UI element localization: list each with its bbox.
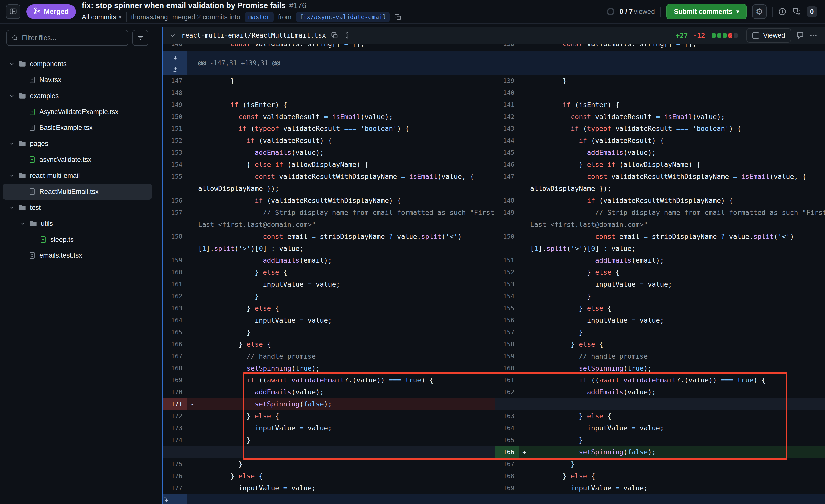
line-number[interactable]: 164 — [163, 314, 187, 326]
line-number[interactable]: 138 — [496, 45, 519, 52]
line-number[interactable]: 149 — [496, 206, 519, 231]
line-number[interactable]: 144 — [496, 135, 519, 147]
line-number[interactable]: 151 — [163, 123, 187, 135]
tree-item-asyncvalidateexample.tsx[interactable]: AsyncValidateExample.tsx — [3, 104, 152, 120]
line-number[interactable]: 163 — [163, 303, 187, 314]
expand-up-button[interactable] — [163, 63, 187, 75]
line-number[interactable]: 163 — [496, 410, 519, 422]
copy-branch-icon[interactable] — [394, 13, 401, 21]
tree-item-utils[interactable]: utils — [3, 216, 152, 232]
line-number[interactable]: 146 — [163, 45, 187, 52]
line-number[interactable]: 167 — [163, 350, 187, 362]
line-number[interactable]: 171 — [163, 398, 187, 410]
line-number[interactable]: 162 — [496, 386, 519, 398]
line-number[interactable]: 170 — [163, 386, 187, 398]
line-number[interactable]: 172 — [163, 410, 187, 422]
panel-resizer[interactable] — [155, 27, 162, 504]
tree-item-examples[interactable]: examples — [3, 88, 152, 104]
kebab-menu-icon[interactable] — [809, 31, 818, 40]
line-number[interactable]: 150 — [163, 111, 187, 123]
line-number[interactable]: 157 — [163, 206, 187, 231]
all-commits-dropdown[interactable]: All commits ▾ — [82, 13, 122, 21]
line-number[interactable]: 155 — [496, 303, 519, 314]
line-number[interactable]: 149 — [163, 99, 187, 111]
line-number[interactable]: 159 — [496, 350, 519, 362]
line-number[interactable]: 158 — [163, 231, 187, 254]
file-path[interactable]: react-multi-email/ReactMultiEmail.tsx — [181, 32, 326, 39]
tree-item-react-multi-email[interactable]: react-multi-email — [3, 168, 152, 184]
line-number[interactable]: 150 — [496, 231, 519, 254]
line-number[interactable]: 152 — [163, 135, 187, 147]
line-number[interactable]: 166 — [496, 446, 519, 458]
conversations-icon[interactable] — [792, 7, 801, 16]
line-number[interactable]: 176 — [163, 470, 187, 482]
info-icon[interactable] — [778, 7, 786, 16]
expand-down-button[interactable] — [163, 494, 170, 504]
line-number[interactable]: 160 — [496, 362, 519, 374]
line-number[interactable]: 148 — [163, 87, 187, 99]
tree-item-basicexample.tsx[interactable]: BasicExample.tsx — [3, 120, 152, 136]
line-number[interactable]: 165 — [496, 434, 519, 446]
diff-settings-button[interactable]: ⚙ — [752, 4, 766, 19]
line-number[interactable]: 168 — [496, 470, 519, 482]
viewed-toggle[interactable]: Viewed — [746, 28, 791, 43]
line-number[interactable]: 169 — [163, 374, 187, 386]
line-number[interactable]: 143 — [496, 123, 519, 135]
filter-files-input[interactable]: Filter files... — [6, 30, 128, 46]
line-number[interactable]: 158 — [496, 338, 519, 350]
line-number[interactable]: 139 — [496, 75, 519, 87]
head-branch-label[interactable]: fix/async-validate-email — [296, 12, 390, 22]
line-number[interactable]: 153 — [496, 278, 519, 290]
line-number[interactable] — [496, 398, 519, 410]
line-number[interactable]: 146 — [496, 159, 519, 171]
line-number[interactable]: 161 — [496, 374, 519, 386]
copy-path-icon[interactable] — [331, 32, 339, 39]
expand-diff-icon[interactable] — [343, 32, 351, 39]
line-number[interactable]: 141 — [496, 99, 519, 111]
collapse-file-icon[interactable] — [169, 32, 176, 39]
file-comment-icon[interactable] — [796, 31, 804, 39]
line-number[interactable]: 145 — [496, 147, 519, 159]
line-number[interactable]: 157 — [496, 326, 519, 338]
author-link[interactable]: thomasJang — [131, 13, 168, 21]
line-number[interactable]: 155 — [163, 171, 187, 195]
line-number[interactable]: 173 — [163, 422, 187, 434]
viewed-checkbox[interactable] — [752, 32, 759, 39]
line-number[interactable]: 175 — [163, 458, 187, 470]
line-number[interactable]: 140 — [496, 87, 519, 99]
tree-filter-button[interactable] — [132, 30, 148, 46]
line-number[interactable]: 174 — [163, 434, 187, 446]
line-number[interactable]: 167 — [496, 458, 519, 470]
sidebar-toggle-button[interactable] — [6, 4, 20, 19]
line-number[interactable]: 142 — [496, 111, 519, 123]
line-number[interactable]: 148 — [496, 195, 519, 206]
line-number[interactable]: 165 — [163, 326, 187, 338]
base-branch-label[interactable]: master — [245, 12, 274, 22]
line-number[interactable]: 156 — [163, 195, 187, 206]
line-number[interactable]: 152 — [496, 266, 519, 278]
line-number[interactable]: 177 — [163, 482, 187, 494]
line-number[interactable]: 164 — [496, 422, 519, 434]
line-number[interactable]: 154 — [163, 159, 187, 171]
line-number[interactable]: 160 — [163, 266, 187, 278]
line-number[interactable]: 166 — [163, 338, 187, 350]
tree-item-test[interactable]: test — [3, 199, 152, 216]
line-number[interactable]: 153 — [163, 147, 187, 159]
tree-item-pages[interactable]: pages — [3, 136, 152, 152]
line-number[interactable]: 151 — [496, 254, 519, 266]
line-number[interactable]: 154 — [496, 290, 519, 303]
tree-item-asyncvalidate.tsx[interactable]: asyncValidate.tsx — [3, 152, 152, 168]
tree-item-reactmultiemail.tsx[interactable]: ReactMultiEmail.tsx — [3, 184, 152, 199]
line-number[interactable]: 169 — [496, 482, 519, 494]
line-number[interactable]: 159 — [163, 254, 187, 266]
line-number[interactable]: 162 — [163, 290, 187, 303]
line-number[interactable]: 168 — [163, 362, 187, 374]
line-number[interactable]: 147 — [163, 75, 187, 87]
line-number[interactable]: 156 — [496, 314, 519, 326]
submit-comments-button[interactable]: Submit comments ▾ — [666, 4, 747, 19]
line-number[interactable]: 147 — [496, 171, 519, 195]
expand-down-button[interactable] — [163, 52, 187, 63]
tree-item-components[interactable]: components — [3, 56, 152, 72]
tree-item-sleep.ts[interactable]: sleep.ts — [3, 232, 152, 248]
tree-item-nav.tsx[interactable]: Nav.tsx — [3, 72, 152, 88]
